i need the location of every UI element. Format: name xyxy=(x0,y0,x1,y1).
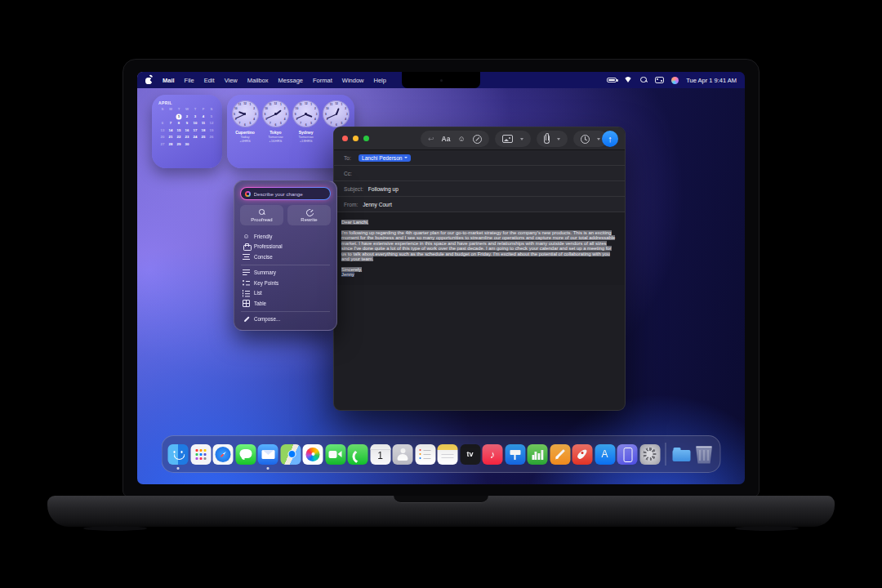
calendar-widget[interactable]: APRIL SMTWTFS123456789101112131415161718… xyxy=(152,95,222,168)
calendar-day-4[interactable]: 4 xyxy=(199,114,207,119)
calendar-day-13[interactable]: 13 xyxy=(158,128,167,133)
calendar-day-24[interactable]: 24 xyxy=(191,135,199,140)
apple-menu-icon[interactable] xyxy=(145,76,153,84)
clock-sydney[interactable]: 123456789101112SydneyTomorrow+18HRS xyxy=(292,100,321,164)
calendar-day-16[interactable]: 16 xyxy=(183,128,191,133)
photo-browser-button[interactable] xyxy=(495,131,531,147)
proofread-button[interactable]: Proofread xyxy=(240,205,283,225)
menu-mail[interactable]: Mail xyxy=(163,77,175,84)
dock-maps-icon[interactable] xyxy=(280,444,301,465)
calendar-day-2[interactable]: 2 xyxy=(183,114,191,119)
dock-facetime-icon[interactable] xyxy=(325,444,345,465)
calendar-day-5[interactable]: 5 xyxy=(207,114,216,119)
dock-system-settings-icon[interactable] xyxy=(639,444,660,465)
dock-notes-icon[interactable] xyxy=(438,444,458,465)
from-field-row[interactable]: From: Jenny Court xyxy=(334,197,625,212)
menu-view[interactable]: View xyxy=(225,77,238,84)
battery-icon[interactable] xyxy=(607,78,617,83)
menu-item-compose[interactable]: Compose... xyxy=(240,314,331,325)
calendar-day-27[interactable]: 27 xyxy=(158,142,167,147)
attach-file-button[interactable] xyxy=(537,131,568,147)
calendar-day-1[interactable]: 1 xyxy=(175,114,183,119)
dock-reminders-icon[interactable] xyxy=(415,444,435,465)
menu-item-key-points[interactable]: Key Points xyxy=(240,278,331,288)
siri-icon[interactable] xyxy=(671,77,679,84)
menu-item-professional[interactable]: Professional xyxy=(240,242,331,252)
clock-cupertino[interactable]: 123456789101112CupertinoToday+0HRS xyxy=(230,100,260,164)
menu-item-friendly[interactable]: ☺Friendly xyxy=(240,231,331,242)
menu-format[interactable]: Format xyxy=(313,77,332,84)
dock-rocket-icon[interactable] xyxy=(572,444,593,465)
subject-field-row[interactable]: Subject: Following up xyxy=(334,181,625,197)
menu-window[interactable]: Window xyxy=(342,77,364,84)
message-body[interactable]: Dear Lanchi, I'm following up regarding … xyxy=(334,212,625,285)
menu-help[interactable]: Help xyxy=(373,77,385,84)
menu-edit[interactable]: Edit xyxy=(204,77,215,84)
dock-contacts-icon[interactable] xyxy=(393,444,413,465)
to-field-row[interactable]: To: Lanchi Pederson xyxy=(334,150,625,166)
calendar-day-20[interactable]: 20 xyxy=(158,135,167,140)
calendar-day-14[interactable]: 14 xyxy=(167,128,175,133)
close-button[interactable] xyxy=(342,136,348,141)
dock-mail-icon[interactable] xyxy=(258,444,278,465)
menu-item-summary[interactable]: Summary xyxy=(240,268,331,278)
wifi-icon[interactable] xyxy=(624,77,633,83)
calendar-day-6[interactable]: 6 xyxy=(158,121,167,126)
menu-item-list[interactable]: List xyxy=(240,288,331,299)
dock-music-icon[interactable]: ♪ xyxy=(483,444,503,465)
calendar-day-12[interactable]: 12 xyxy=(207,121,216,126)
calendar-day-23[interactable]: 23 xyxy=(183,135,191,140)
dock-safari-icon[interactable] xyxy=(213,444,234,465)
calendar-day-15[interactable]: 15 xyxy=(175,128,183,133)
menu-bar-clock[interactable]: Tue Apr 1 9:41 AM xyxy=(686,77,737,84)
calendar-day-8[interactable]: 8 xyxy=(175,121,183,126)
calendar-day-25[interactable]: 25 xyxy=(199,135,207,140)
dock-numbers-icon[interactable] xyxy=(528,444,548,465)
describe-change-input[interactable] xyxy=(254,191,327,197)
dock-finder-icon[interactable] xyxy=(168,444,189,465)
menu-message[interactable]: Message xyxy=(278,77,303,84)
dock-trash-icon[interactable] xyxy=(694,444,715,465)
clock-tokyo[interactable]: 123456789101112TokyoTomorrow+16HRS xyxy=(261,100,290,164)
calendar-day-19[interactable]: 19 xyxy=(207,128,216,133)
calendar-day-29[interactable]: 29 xyxy=(175,142,183,147)
calendar-day-7[interactable]: 7 xyxy=(167,121,175,126)
undo-icon[interactable]: ↩ xyxy=(428,136,434,143)
dock-messages-icon[interactable] xyxy=(235,444,256,465)
emoji-picker-icon[interactable]: ☺ xyxy=(457,136,465,143)
cc-field-row[interactable]: Cc: xyxy=(334,166,625,181)
calendar-day-11[interactable]: 11 xyxy=(199,121,207,126)
menu-mailbox[interactable]: Mailbox xyxy=(247,77,269,84)
dock-appletv-icon[interactable]: tv xyxy=(460,444,480,465)
rewrite-button[interactable]: Rewrite xyxy=(287,205,331,225)
calendar-day-18[interactable]: 18 xyxy=(199,128,207,133)
calendar-day-17[interactable]: 17 xyxy=(191,128,199,133)
minimize-button[interactable] xyxy=(353,136,359,141)
dock-iphone-mirroring-icon[interactable] xyxy=(617,444,638,465)
calendar-day-28[interactable]: 28 xyxy=(167,142,175,147)
calendar-day-21[interactable]: 21 xyxy=(167,135,175,140)
dock-phone-icon[interactable] xyxy=(348,444,368,465)
dock-launchpad-icon[interactable] xyxy=(190,444,211,465)
dock-keynote-icon[interactable] xyxy=(505,444,525,465)
menu-item-table[interactable]: Table xyxy=(240,298,331,309)
send-button[interactable]: ↑ xyxy=(602,131,618,147)
calendar-day-3[interactable]: 3 xyxy=(191,114,199,119)
zoom-button[interactable] xyxy=(363,136,369,141)
dock-photos-icon[interactable] xyxy=(303,444,323,465)
calendar-day-22[interactable]: 22 xyxy=(175,135,183,140)
menu-file[interactable]: File xyxy=(185,77,194,84)
dock-calendar-icon[interactable]: 1 xyxy=(370,444,390,465)
calendar-day-10[interactable]: 10 xyxy=(191,121,199,126)
dock-pages-icon[interactable] xyxy=(550,444,570,465)
calendar-day-9[interactable]: 9 xyxy=(183,121,191,126)
dock-appstore-icon[interactable]: A xyxy=(595,444,615,465)
calendar-day-30[interactable]: 30 xyxy=(183,142,191,147)
menu-item-concise[interactable]: Concise xyxy=(240,252,331,262)
search-icon[interactable] xyxy=(640,77,648,84)
describe-change-field[interactable] xyxy=(241,188,330,199)
dock-downloads-folder-icon[interactable] xyxy=(671,444,692,465)
recipient-token[interactable]: Lanchi Pederson xyxy=(359,154,411,162)
format-text-button[interactable]: Aa xyxy=(442,135,451,143)
writing-tools-icon[interactable] xyxy=(473,135,482,144)
